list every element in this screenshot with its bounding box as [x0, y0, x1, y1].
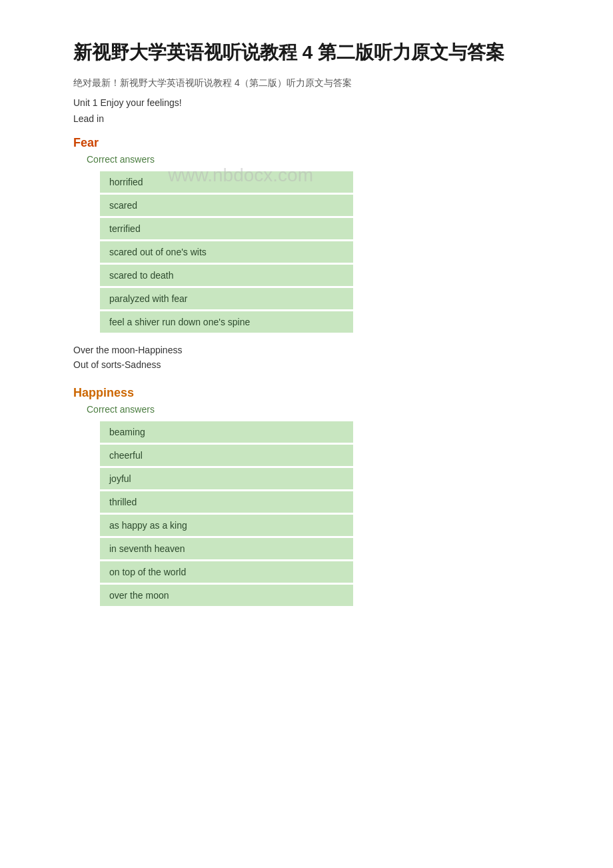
list-item: terrified — [100, 218, 353, 239]
list-item: thrilled — [100, 491, 353, 513]
fear-answer-list: www.nbdocx.com horrified scared terrifie… — [100, 171, 353, 333]
happiness-section-title: Happiness — [73, 386, 560, 400]
list-item: beaming — [100, 421, 353, 443]
unit-line: Unit 1 Enjoy your feelings! — [73, 97, 560, 108]
list-item: paralyzed with fear — [100, 288, 353, 309]
happiness-correct-answers-label: Correct answers — [87, 404, 560, 415]
list-item: cheerful — [100, 445, 353, 466]
between-line-1: Over the moon-Happiness — [73, 345, 560, 355]
happiness-answer-list: beaming cheerful joyful thrilled as happ… — [100, 421, 353, 606]
page-title: 新视野大学英语视听说教程 4 第二版听力原文与答案 — [73, 40, 560, 65]
between-line-2: Out of sorts-Sadness — [73, 359, 560, 370]
list-item: on top of the world — [100, 561, 353, 583]
fear-section-title: Fear — [73, 136, 560, 150]
list-item: joyful — [100, 468, 353, 489]
fear-correct-answers-label: Correct answers — [87, 154, 560, 165]
lead-in-label: Lead in — [73, 113, 560, 124]
list-item: scared — [100, 195, 353, 216]
list-item: feel a shiver run down one's spine — [100, 311, 353, 333]
list-item: scared to death — [100, 265, 353, 286]
fear-section: Fear Correct answers www.nbdocx.com horr… — [73, 136, 560, 333]
subtitle-text: 绝对最新！新视野大学英语视听说教程 4（第二版）听力原文与答案 — [73, 77, 560, 89]
list-item: horrified — [100, 171, 353, 193]
list-item: in seventh heaven — [100, 538, 353, 559]
list-item: as happy as a king — [100, 515, 353, 536]
list-item: scared out of one's wits — [100, 241, 353, 263]
happiness-section: Happiness Correct answers beaming cheerf… — [73, 386, 560, 606]
list-item: over the moon — [100, 585, 353, 606]
